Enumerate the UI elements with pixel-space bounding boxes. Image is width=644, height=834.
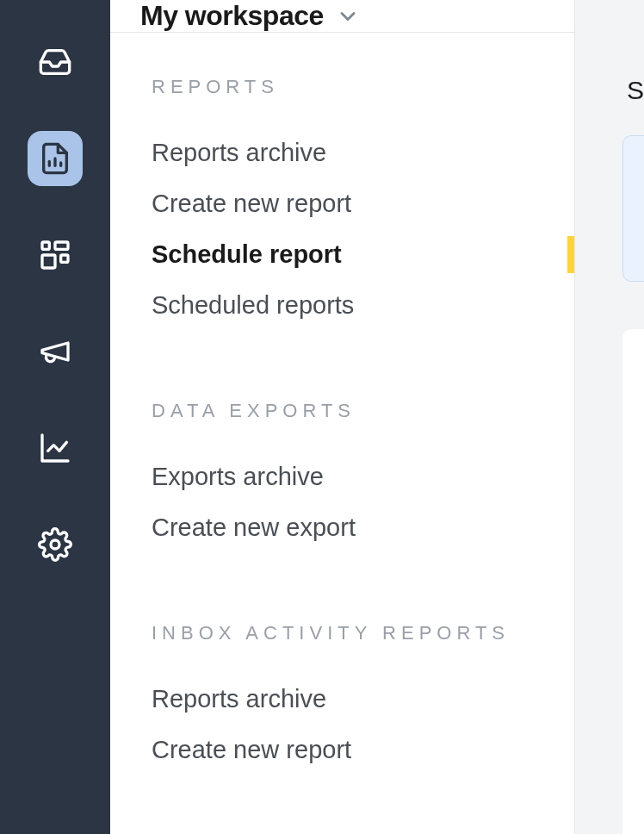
inbox-icon bbox=[38, 45, 72, 79]
info-card bbox=[622, 135, 644, 282]
rail-analytics[interactable] bbox=[28, 420, 83, 476]
svg-point-4 bbox=[51, 540, 59, 549]
rail-integrations[interactable] bbox=[28, 227, 83, 283]
chevron-down-icon bbox=[336, 4, 360, 28]
rail-settings[interactable] bbox=[28, 517, 83, 572]
megaphone-icon bbox=[38, 334, 72, 369]
menu-link-exports-archive[interactable]: Exports archive bbox=[152, 451, 574, 502]
menu-body: REPORTS Reports archive Create new repor… bbox=[110, 33, 574, 834]
section-data-exports: DATA EXPORTS Exports archive Create new … bbox=[152, 400, 574, 553]
menu-link-create-new-report[interactable]: Create new report bbox=[152, 178, 574, 229]
rail-inbox[interactable] bbox=[28, 34, 83, 90]
menu-link-reports-archive[interactable]: Reports archive bbox=[152, 128, 574, 178]
content-card bbox=[622, 329, 644, 834]
workspace-selector[interactable]: My workspace bbox=[110, 0, 574, 33]
workspace-title: My workspace bbox=[140, 0, 324, 32]
svg-rect-0 bbox=[42, 242, 49, 249]
section-heading: DATA EXPORTS bbox=[152, 400, 574, 422]
section-heading: INBOX ACTIVITY REPORTS bbox=[152, 622, 574, 644]
menu-link-schedule-report[interactable]: Schedule report bbox=[152, 229, 574, 280]
svg-rect-2 bbox=[42, 255, 55, 268]
rail-announcements[interactable] bbox=[28, 324, 83, 379]
section-reports: REPORTS Reports archive Create new repor… bbox=[152, 76, 574, 331]
menu-link-inbox-create-new-report[interactable]: Create new report bbox=[152, 725, 574, 775]
chart-line-icon bbox=[38, 431, 72, 465]
report-file-icon bbox=[38, 141, 72, 176]
section-inbox-activity-reports: INBOX ACTIVITY REPORTS Reports archive C… bbox=[152, 622, 574, 775]
rail-reports[interactable] bbox=[28, 131, 83, 186]
menu-link-create-new-export[interactable]: Create new export bbox=[152, 502, 574, 553]
secondary-menu: My workspace REPORTS Reports archive Cre… bbox=[110, 0, 575, 834]
icon-rail bbox=[0, 0, 110, 834]
svg-rect-3 bbox=[61, 255, 68, 262]
menu-link-inbox-reports-archive[interactable]: Reports archive bbox=[152, 674, 574, 725]
section-heading: REPORTS bbox=[152, 76, 574, 98]
svg-rect-1 bbox=[55, 242, 68, 249]
gear-icon bbox=[38, 527, 72, 562]
page-title: S bbox=[627, 76, 644, 105]
menu-link-scheduled-reports[interactable]: Scheduled reports bbox=[152, 280, 574, 331]
blocks-icon bbox=[38, 238, 72, 272]
content-area: S bbox=[575, 0, 644, 834]
